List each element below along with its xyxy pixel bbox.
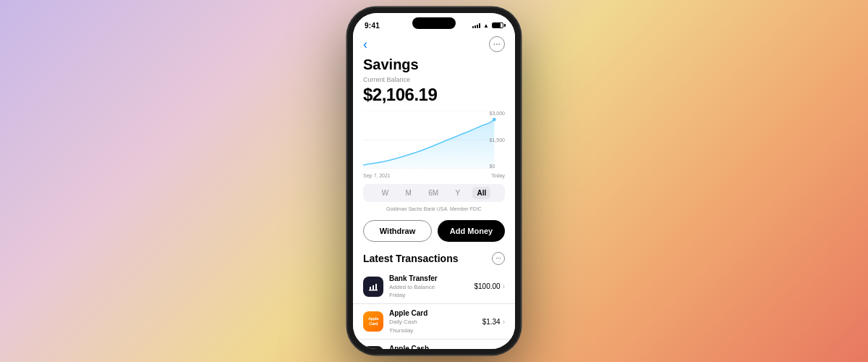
filter-6M[interactable]: 6M <box>424 187 443 199</box>
apple-card-1-right: $1.34 › <box>482 318 505 326</box>
balance-amount: $2,106.19 <box>363 85 505 105</box>
bank-transfer-info: Bank Transfer Added to Balance Friday <box>389 274 475 299</box>
fdic-text: Goldman Sachs Bank USA. Member FDIC <box>353 205 515 216</box>
balance-section: Current Balance $2,106.19 <box>353 76 515 111</box>
apple-cash-name: Apple Cash <box>389 344 478 349</box>
page-title: Savings <box>353 55 515 76</box>
bank-transfer-name: Bank Transfer <box>389 274 475 283</box>
transaction-bank-transfer[interactable]: Bank Transfer Added to Balance Friday $1… <box>353 269 515 304</box>
status-icons: ▲ <box>472 22 503 29</box>
add-money-button[interactable]: Add Money <box>438 220 505 242</box>
bank-transfer-amount: $100.00 <box>475 282 501 290</box>
chart-y-labels: $3,000 $1,500 $0 <box>490 111 505 169</box>
apple-card-icon: AppleCard <box>363 311 383 332</box>
dynamic-island <box>412 17 456 29</box>
svg-rect-5 <box>373 285 374 290</box>
transaction-apple-cash[interactable]: Apple Cash Added to Balance Wednesday $5… <box>353 340 515 349</box>
chart-y-label-top: $3,000 <box>490 111 505 116</box>
apple-card-1-chevron-icon: › <box>503 318 505 326</box>
transactions-header: Latest Transactions ··· <box>353 249 515 269</box>
chart-y-label-bot: $0 <box>490 164 505 169</box>
chart-x-end: Today <box>491 173 505 178</box>
filter-All[interactable]: All <box>472 187 490 199</box>
bank-transfer-icon <box>363 277 383 297</box>
phone-screen: 9:41 ▲ ‹ ··· <box>353 13 515 349</box>
svg-rect-4 <box>370 287 371 290</box>
filter-W[interactable]: W <box>378 187 393 199</box>
back-chevron-icon: ‹ <box>363 37 367 52</box>
time-filter: W M 6M Y All <box>363 184 505 202</box>
action-buttons: Withdraw Add Money <box>353 216 515 249</box>
svg-rect-7 <box>369 290 378 291</box>
scroll-content[interactable]: ‹ ··· Savings Current Balance $2,106.19 … <box>353 33 515 349</box>
transaction-apple-card-1[interactable]: AppleCard Apple Card Daily Cash Thursday… <box>353 304 515 339</box>
balance-label: Current Balance <box>363 76 505 83</box>
chart-x-labels: Sep 7, 2021 Today <box>363 172 505 180</box>
bank-transfer-sub1: Added to Balance <box>389 283 475 291</box>
apple-card-1-sub2: Thursday <box>389 327 482 334</box>
wifi-icon: ▲ <box>483 22 489 29</box>
apple-card-1-info: Apple Card Daily Cash Thursday <box>389 308 482 334</box>
bank-transfer-chevron-icon: › <box>503 282 505 290</box>
bank-transfer-sub2: Friday <box>389 291 475 299</box>
status-time: 9:41 <box>365 22 380 30</box>
battery-icon <box>492 22 503 28</box>
chart-container: $3,000 $1,500 $0 <box>353 111 515 182</box>
apple-card-1-sub1: Daily Cash <box>389 318 482 326</box>
filter-M[interactable]: M <box>401 187 415 199</box>
transactions-title: Latest Transactions <box>363 253 459 264</box>
chart-x-start: Sep 7, 2021 <box>363 173 391 178</box>
transactions-more-button[interactable]: ··· <box>492 252 505 265</box>
apple-cash-info: Apple Cash Added to Balance Wednesday <box>389 344 478 349</box>
filter-Y[interactable]: Y <box>451 187 464 199</box>
bank-transfer-right: $100.00 › <box>475 282 506 290</box>
signal-icon <box>472 22 480 28</box>
withdraw-button[interactable]: Withdraw <box>363 220 432 242</box>
apple-card-1-amount: $1.34 <box>482 318 501 326</box>
nav-bar: ‹ ··· <box>353 33 515 55</box>
back-button[interactable]: ‹ <box>363 37 367 52</box>
chart-y-label-mid: $1,500 <box>490 138 505 143</box>
svg-rect-6 <box>375 284 377 290</box>
more-button[interactable]: ··· <box>489 36 505 52</box>
phone-wrapper: 9:41 ▲ ‹ ··· <box>347 7 521 355</box>
savings-chart <box>363 111 505 169</box>
status-bar: 9:41 ▲ <box>353 13 515 33</box>
apple-card-1-name: Apple Card <box>389 308 482 318</box>
